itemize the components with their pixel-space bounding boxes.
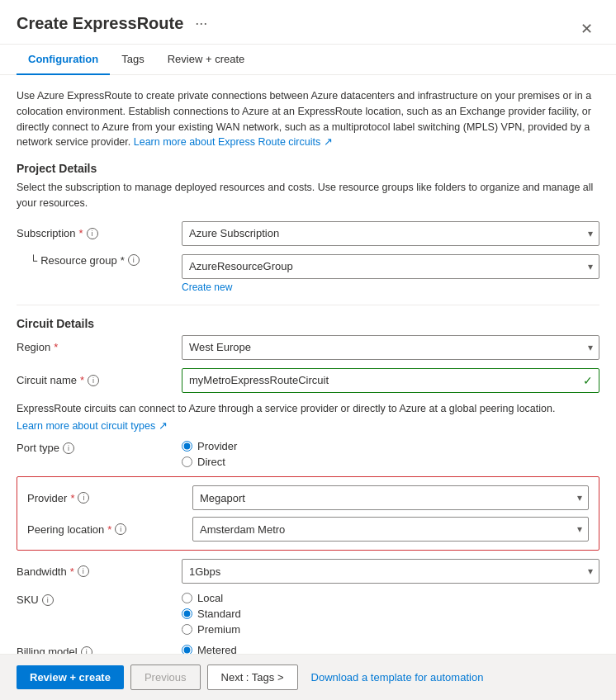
region-label: Region * — [17, 341, 182, 353]
sku-local-radio[interactable] — [182, 593, 192, 603]
create-expressroute-dialog: Create ExpressRoute ··· ✕ Configuration … — [0, 0, 616, 700]
provider-select[interactable]: Megaport — [192, 485, 589, 510]
sku-label: SKU i — [17, 592, 182, 606]
sku-premium-radio[interactable] — [182, 624, 192, 635]
resource-group-select-wrapper: AzureResourceGroup ▾ — [182, 254, 599, 279]
provider-select-wrapper: Megaport ▾ — [192, 485, 589, 510]
bandwidth-select-wrapper: 1Gbps ▾ — [182, 559, 599, 584]
port-type-control: Provider Direct — [182, 440, 599, 468]
circuit-info-text: ExpressRoute circuits can connect to Azu… — [17, 401, 599, 417]
tabs-bar: Configuration Tags Review + create — [0, 45, 616, 75]
bandwidth-row: Bandwidth * i 1Gbps ▾ — [17, 559, 599, 584]
bandwidth-required: * — [70, 565, 74, 578]
footer: Review + create Previous Next : Tags > D… — [0, 654, 616, 700]
tab-review-create[interactable]: Review + create — [156, 45, 257, 75]
close-button[interactable]: ✕ — [574, 17, 599, 41]
project-details-desc: Select the subscription to manage deploy… — [17, 180, 599, 211]
sku-premium-option[interactable]: Premium — [182, 623, 599, 636]
port-type-direct-option[interactable]: Direct — [182, 456, 599, 468]
circuit-name-label: Circuit name * i — [17, 374, 182, 386]
peering-location-required: * — [107, 523, 111, 536]
ellipsis-button[interactable]: ··· — [190, 13, 212, 34]
sku-row: SKU i Local Standard Premium — [17, 592, 599, 636]
circuit-name-input[interactable] — [182, 368, 599, 393]
project-details-title: Project Details — [17, 162, 599, 175]
sku-local-option[interactable]: Local — [182, 592, 599, 604]
previous-button[interactable]: Previous — [130, 665, 201, 690]
port-type-provider-radio[interactable] — [182, 441, 192, 452]
learn-more-expressroute-link[interactable]: Learn more about Express Route circuits … — [134, 136, 333, 148]
provider-row: Provider * i Megaport ▾ — [27, 485, 589, 510]
tab-tags[interactable]: Tags — [110, 45, 155, 75]
learn-more-circuit-types-link[interactable]: Learn more about circuit types ↗ — [17, 419, 599, 432]
peering-location-select-wrapper: Amsterdam Metro ▾ — [192, 517, 589, 542]
bandwidth-select[interactable]: 1Gbps — [182, 559, 599, 584]
port-type-direct-radio[interactable] — [182, 456, 192, 467]
circuit-name-info-icon[interactable]: i — [88, 375, 99, 386]
sku-info-icon[interactable]: i — [42, 594, 54, 606]
peering-location-info-icon[interactable]: i — [115, 523, 126, 535]
port-type-info-icon[interactable]: i — [63, 442, 74, 454]
circuit-name-check-icon: ✓ — [583, 374, 593, 387]
circuit-details-title: Circuit Details — [17, 317, 599, 330]
resource-group-label: └ Resource group * i — [30, 254, 182, 267]
peering-location-row: Peering location * i Amsterdam Metro ▾ — [27, 517, 589, 542]
circuit-name-required: * — [80, 374, 84, 386]
sku-standard-option[interactable]: Standard — [182, 608, 599, 620]
title-row: Create ExpressRoute ··· — [17, 13, 212, 44]
connector-line: └ — [30, 254, 37, 267]
review-create-button[interactable]: Review + create — [17, 665, 124, 689]
bandwidth-info-icon[interactable]: i — [78, 565, 89, 577]
port-type-label: Port type i — [17, 440, 182, 454]
resource-group-info-icon[interactable]: i — [128, 254, 140, 266]
peering-location-select[interactable]: Amsterdam Metro — [192, 517, 589, 542]
port-type-provider-option[interactable]: Provider — [182, 440, 599, 452]
provider-peering-section: Provider * i Megaport ▾ Peering location… — [17, 476, 599, 551]
subscription-required: * — [79, 227, 83, 239]
bandwidth-label: Bandwidth * i — [17, 565, 182, 578]
subscription-info-icon[interactable]: i — [87, 228, 98, 239]
divider-1 — [17, 305, 599, 305]
provider-info-icon[interactable]: i — [78, 492, 89, 504]
next-tags-button[interactable]: Next : Tags > — [207, 665, 298, 690]
region-required: * — [54, 341, 58, 353]
circuit-name-control: ✓ — [182, 368, 599, 393]
sku-standard-radio[interactable] — [182, 608, 192, 619]
create-new-link[interactable]: Create new — [182, 281, 599, 293]
subscription-row: Subscription * i Azure Subscription ▾ — [17, 221, 599, 246]
peering-location-label: Peering location * i — [27, 523, 192, 536]
dialog-header: Create ExpressRoute ··· ✕ — [0, 0, 616, 45]
content-area: Use Azure ExpressRoute to create private… — [0, 75, 616, 669]
subscription-label: Subscription * i — [17, 227, 182, 239]
resource-group-label-area: └ Resource group * i — [17, 254, 182, 267]
port-type-row: Port type i Provider Direct — [17, 440, 599, 468]
intro-description: Use Azure ExpressRoute to create private… — [17, 88, 599, 150]
subscription-select[interactable]: Azure Subscription — [182, 221, 599, 246]
tab-configuration[interactable]: Configuration — [17, 45, 110, 75]
region-select[interactable]: West Europe — [182, 335, 599, 360]
resource-group-required: * — [121, 254, 125, 267]
resource-group-row: └ Resource group * i AzureResourceGroup … — [17, 254, 599, 293]
region-row: Region * West Europe ▾ — [17, 335, 599, 360]
circuit-name-row: Circuit name * i ✓ — [17, 368, 599, 393]
sku-control: Local Standard Premium — [182, 592, 599, 636]
region-select-wrapper: West Europe ▾ — [182, 335, 599, 360]
download-template-link[interactable]: Download a template for automation — [311, 671, 484, 683]
provider-label: Provider * i — [27, 492, 192, 504]
subscription-select-wrapper: Azure Subscription ▾ — [182, 221, 599, 246]
provider-required: * — [70, 492, 74, 504]
resource-group-select[interactable]: AzureResourceGroup — [182, 254, 599, 279]
resource-group-control: AzureResourceGroup ▾ Create new — [182, 254, 599, 293]
dialog-title: Create ExpressRoute — [17, 14, 183, 33]
